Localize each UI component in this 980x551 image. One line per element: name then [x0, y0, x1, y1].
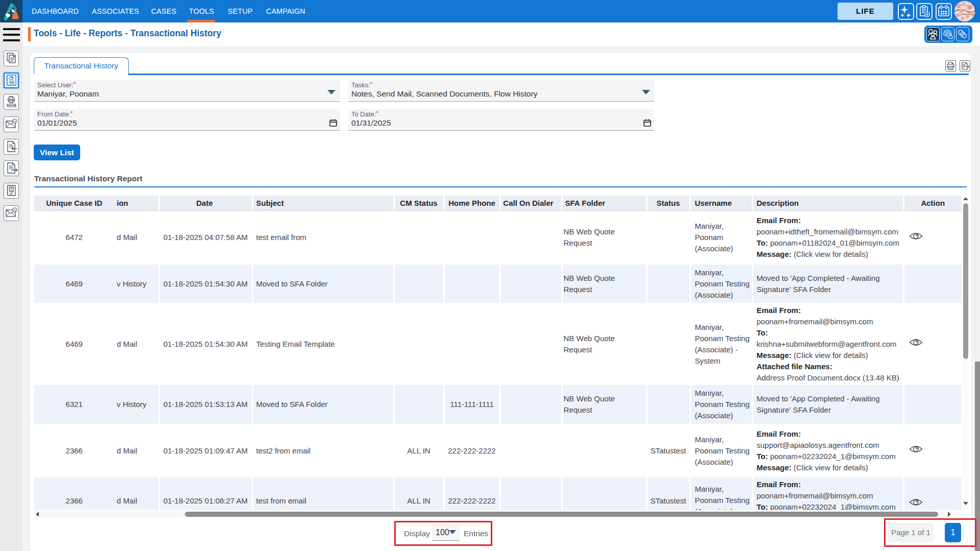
- svg-text:www: www: [9, 99, 14, 102]
